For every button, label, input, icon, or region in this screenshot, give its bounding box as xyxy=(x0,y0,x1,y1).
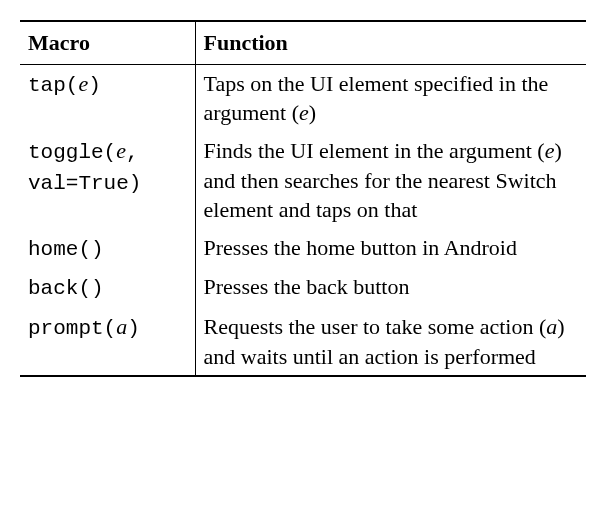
macro-cell: toggle(e, val=True) xyxy=(20,132,195,229)
macro-table-container: Macro Function tap(e) Taps on the UI ele… xyxy=(20,20,586,377)
table-row: toggle(e, val=True) Finds the UI element… xyxy=(20,132,586,229)
header-function: Function xyxy=(195,21,586,64)
function-cell: Presses the home button in Android xyxy=(195,229,586,268)
function-cell: Requests the user to take some action (a… xyxy=(195,308,586,376)
header-macro: Macro xyxy=(20,21,195,64)
macro-cell: tap(e) xyxy=(20,64,195,132)
function-cell: Finds the UI element in the argument (e)… xyxy=(195,132,586,229)
table-row: back() Presses the back button xyxy=(20,268,586,307)
macro-table: Macro Function tap(e) Taps on the UI ele… xyxy=(20,20,586,377)
table-row: prompt(a) Requests the user to take some… xyxy=(20,308,586,376)
table-header-row: Macro Function xyxy=(20,21,586,64)
table-body: tap(e) Taps on the UI element specified … xyxy=(20,64,586,376)
table-row: tap(e) Taps on the UI element specified … xyxy=(20,64,586,132)
function-cell: Taps on the UI element specified in the … xyxy=(195,64,586,132)
macro-cell: back() xyxy=(20,268,195,307)
table-row: home() Presses the home button in Androi… xyxy=(20,229,586,268)
macro-cell: prompt(a) xyxy=(20,308,195,376)
function-cell: Presses the back button xyxy=(195,268,586,307)
macro-cell: home() xyxy=(20,229,195,268)
